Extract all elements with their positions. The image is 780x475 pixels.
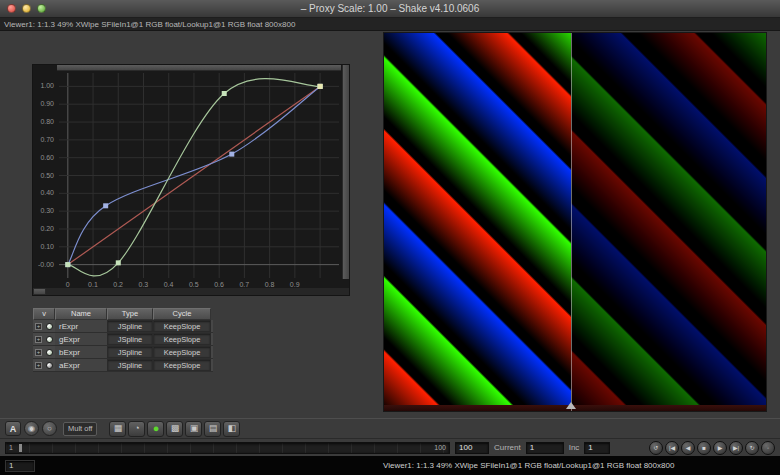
channel-view-button[interactable]: A — [5, 421, 21, 436]
workspace: 1.000.900.800.700.600.500.400.300.200.10… — [0, 31, 780, 418]
key-point[interactable] — [222, 91, 227, 96]
frame-field[interactable]: 1 — [5, 460, 35, 472]
y-tick-label: -0.00 — [38, 261, 54, 268]
minimize-button[interactable] — [22, 4, 31, 13]
viewer-image-right — [571, 33, 766, 411]
channel-dot-icon[interactable] — [46, 349, 53, 356]
channel-cycle-button[interactable]: KeepSlope — [153, 320, 211, 332]
x-tick-label: 0.6 — [214, 281, 224, 288]
shake-window: – Proxy Scale: 1.00 – Shake v4.10.0606 V… — [0, 0, 780, 475]
compare-icon[interactable]: ◉ — [24, 421, 39, 436]
row-expand-toggle[interactable]: + — [33, 333, 44, 345]
selected-key-point[interactable] — [318, 84, 323, 89]
update-icon[interactable]: ● — [147, 421, 164, 437]
expand-icon[interactable]: + — [35, 362, 42, 369]
curve-editor-hscrollbar[interactable] — [57, 65, 341, 71]
table-row[interactable]: +rExprJSplineKeepSlope — [33, 320, 213, 333]
header-name: Name — [55, 308, 107, 320]
curve-plot[interactable] — [59, 73, 339, 278]
table-row[interactable]: +aExprJSplineKeepSlope — [33, 359, 213, 372]
timeline-start-label: 1 — [9, 444, 13, 451]
key-point[interactable] — [103, 203, 108, 208]
key-point[interactable] — [65, 262, 70, 267]
row-expand-toggle[interactable]: + — [33, 346, 44, 358]
mult-off-button[interactable]: Mult off — [63, 422, 97, 436]
playhead[interactable] — [19, 444, 22, 452]
curve-editor-vscrollbar[interactable] — [342, 65, 349, 279]
key-point[interactable] — [116, 260, 121, 265]
zoom-button[interactable] — [37, 4, 46, 13]
table-row[interactable]: +bExprJSplineKeepSlope — [33, 346, 213, 359]
playback-controls: ↺|◀◀■▶▶|↻◦ — [649, 441, 775, 455]
flipbook[interactable]: ◦ — [761, 441, 775, 455]
image-viewer[interactable] — [383, 32, 767, 412]
y-tick-label: 0.80 — [40, 118, 54, 125]
end-frame-field[interactable]: 100 — [455, 442, 489, 454]
current-frame-field[interactable]: 1 — [526, 442, 564, 454]
scrollbar-corner[interactable] — [33, 288, 46, 295]
y-tick-label: 0.50 — [40, 172, 54, 179]
current-label: Current — [494, 443, 521, 452]
grid-icon[interactable]: ▦ — [109, 421, 126, 437]
y-axis-labels: 1.000.900.800.700.600.500.400.300.200.10… — [33, 73, 57, 278]
row-expand-toggle[interactable]: + — [33, 359, 44, 371]
channel-dot-icon[interactable] — [46, 323, 53, 330]
monitor-icon[interactable]: ◧ — [223, 421, 240, 437]
y-tick-label: 0.60 — [40, 154, 54, 161]
y-tick-label: 1.00 — [40, 82, 54, 89]
curve-editor[interactable]: 1.000.900.800.700.600.500.400.300.200.10… — [32, 64, 350, 296]
viewer-toolbar: A ◉○ Mult off ▦◔●▩▣▤◧ — [0, 418, 780, 438]
status-bar: 1 Viewer1: 1:1.3 49% XWipe SFileIn1@1 RG… — [0, 456, 780, 475]
header-type: Type — [107, 308, 153, 320]
x-tick-label: 0.3 — [139, 281, 149, 288]
loop-backward[interactable]: ↺ — [649, 441, 663, 455]
header-cycle: Cycle — [153, 308, 211, 320]
expand-icon[interactable]: + — [35, 323, 42, 330]
y-tick-label: 0.40 — [40, 189, 54, 196]
wipe-divider[interactable] — [571, 33, 572, 411]
increment-field[interactable]: 1 — [584, 442, 610, 454]
play-forward[interactable]: ▶ — [713, 441, 727, 455]
x-tick-label: 0.2 — [113, 281, 123, 288]
x-tick-label: 0 — [66, 281, 70, 288]
expand-icon[interactable]: + — [35, 336, 42, 343]
channel-type-button[interactable]: JSpline — [107, 359, 153, 371]
channel-dot-icon[interactable] — [46, 362, 53, 369]
layout-icon[interactable]: ▤ — [204, 421, 221, 437]
close-button[interactable] — [7, 4, 16, 13]
channel-name: aExpr — [55, 359, 107, 371]
table-header: v Name Type Cycle — [33, 308, 213, 320]
channel-cycle-button[interactable]: KeepSlope — [153, 359, 211, 371]
timeline-slider[interactable]: 1 100 — [5, 442, 450, 454]
play-backward[interactable]: ◀ — [681, 441, 695, 455]
table-row[interactable]: +gExprJSplineKeepSlope — [33, 333, 213, 346]
channel-table: v Name Type Cycle +rExprJSplineKeepSlope… — [33, 308, 213, 372]
step-start[interactable]: |◀ — [665, 441, 679, 455]
info-icon[interactable]: ○ — [42, 421, 57, 436]
step-end[interactable]: ▶| — [729, 441, 743, 455]
titlebar[interactable]: – Proxy Scale: 1.00 – Shake v4.10.0606 — [0, 0, 780, 18]
clock-icon[interactable]: ◔ — [128, 421, 145, 437]
channel-type-button[interactable]: JSpline — [107, 346, 153, 358]
wipe-handle-icon[interactable] — [566, 402, 576, 409]
key-point[interactable] — [229, 152, 234, 157]
channel-type-button[interactable]: JSpline — [107, 333, 153, 345]
curve-editor-bottom-strip — [33, 288, 349, 295]
row-expand-toggle[interactable]: + — [33, 320, 44, 332]
channel-visibility-icon[interactable] — [44, 333, 55, 345]
x-tick-label: 0.8 — [265, 281, 275, 288]
status-bar-text: Viewer1: 1:1.3 49% XWipe SFileIn1@1 RGB … — [383, 461, 674, 470]
y-tick-label: 0.70 — [40, 136, 54, 143]
channel-cycle-button[interactable]: KeepSlope — [153, 333, 211, 345]
channel-visibility-icon[interactable] — [44, 320, 55, 332]
loop-forward[interactable]: ↻ — [745, 441, 759, 455]
proxy-grid-icon[interactable]: ▩ — [166, 421, 183, 437]
channel-type-button[interactable]: JSpline — [107, 320, 153, 332]
expand-icon[interactable]: + — [35, 349, 42, 356]
stop[interactable]: ■ — [697, 441, 711, 455]
channel-visibility-icon[interactable] — [44, 346, 55, 358]
channel-visibility-icon[interactable] — [44, 359, 55, 371]
film-icon[interactable]: ▣ — [185, 421, 202, 437]
channel-dot-icon[interactable] — [46, 336, 53, 343]
channel-cycle-button[interactable]: KeepSlope — [153, 346, 211, 358]
